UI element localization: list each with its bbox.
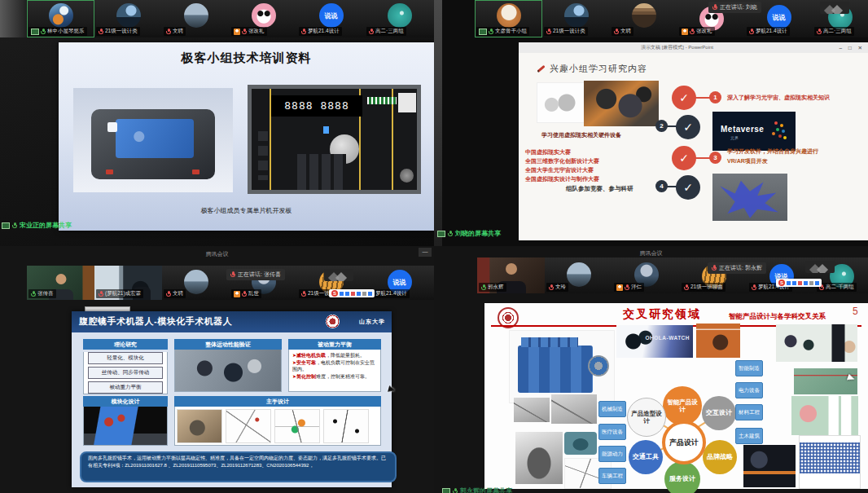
participant-tile[interactable]: 文聘 (162, 0, 230, 37)
panel-body: ➤减轻电机负载，降低能量损耗。 ➤安全可靠，电机负载可控制在安全范围内。 ➤简化… (288, 350, 381, 392)
panel-gravity-balance: 被动重力平衡 ➤减轻电机负载，降低能量损耗。 ➤安全可靠，电机负载可控制在安全范… (288, 339, 381, 392)
panel-title: 理论研究 (83, 339, 168, 350)
participant-name-label: 文聘 (164, 27, 186, 36)
participant-tile[interactable]: 文玲 (545, 258, 613, 293)
competition-item: 全国大学生元宇宙设计大赛 (525, 165, 599, 174)
mic-on-icon (448, 231, 453, 237)
participant-tile[interactable]: 21级一设计类 (542, 0, 611, 37)
blue-car-render (564, 432, 597, 455)
mic-muted-icon (301, 29, 306, 35)
participant-name-label: 高二·三两组 (366, 27, 406, 36)
slide-title: 兴趣小组学习研究内容 (550, 63, 647, 75)
toolbar-icon[interactable] (351, 292, 355, 296)
smartwatch-banner: OHOLA-WATCH (616, 325, 693, 358)
toolbar-icon[interactable] (357, 292, 361, 296)
participant-tile[interactable]: (梦航21)成宏霖 (94, 266, 163, 300)
node-smart-product-design: 智能产品设计 (663, 386, 702, 425)
toolbar-icon[interactable] (815, 281, 819, 285)
participant-tile[interactable]: 文彦骨干小组 (475, 0, 543, 37)
briefcase-label (116, 119, 194, 158)
toolbar-icon[interactable] (345, 292, 349, 296)
panel-modular-design: 模块化设计 (83, 396, 168, 446)
mic-muted-icon (549, 284, 554, 291)
remote-control-toolbar[interactable]: S (776, 279, 822, 287)
toolbar-icon[interactable] (804, 281, 808, 285)
screen-share-icon (442, 488, 450, 493)
toolbar-icon[interactable] (340, 292, 344, 296)
dragon-3d-model-image (712, 174, 787, 221)
connector (695, 157, 711, 159)
mic-muted-icon (625, 284, 629, 291)
screen-share-status: 刘晓的屏幕共享 (437, 229, 501, 238)
avatar (567, 262, 591, 287)
screen-share-icon (31, 29, 39, 35)
competition-item: 中国虚拟现实大赛 (525, 147, 599, 156)
toolbar-icon[interactable] (362, 292, 366, 296)
orange-poster-image (696, 324, 740, 358)
toolbar-icon[interactable] (798, 281, 802, 285)
participant-tile[interactable]: 文聘 (610, 0, 678, 37)
participant-tile[interactable]: 洋仁 (612, 258, 681, 293)
milestone-text-3-line2: VR/AR项目开发 (727, 157, 867, 165)
participant-name-label: 高二·千两组 (817, 283, 857, 292)
participant-tile[interactable]: 说说 梦航21.4设计 (297, 0, 366, 37)
slide-caption: 极客小组成员专属单片机开发板 (59, 206, 434, 215)
metaverse-dots (774, 121, 778, 125)
participant-tile[interactable]: 21级一设计类 (94, 0, 163, 37)
participant-name-label: 文聘 (164, 289, 186, 298)
mouse-cursor (388, 385, 396, 394)
participant-name-label: 林中小屋琴悠乐 (28, 27, 87, 36)
node-styling-design: 产品造型设计 (627, 398, 666, 437)
panel-title: 模块化设计 (83, 396, 168, 407)
participant-tile[interactable]: 张改礼 (230, 0, 298, 37)
milestone-text-3: 学习开发软件，并结合自身兴趣进行 VR/AR项目开发 (727, 147, 867, 165)
window-controls[interactable]: – □ ✕ (839, 42, 865, 53)
meeting-window-top-right: 文彦骨干小组 21级一设计类 文聘 张改礼 说说 (434, 0, 868, 246)
university-name: 山东大学 (359, 318, 385, 326)
toolbar-icon[interactable] (809, 281, 813, 285)
bullet-item: ➤减轻电机负载，降低能量损耗。 (292, 352, 377, 359)
vr-equipment-photo (584, 81, 659, 126)
ic-chips (258, 131, 268, 180)
avatar: 说说 (767, 5, 791, 29)
avatar (497, 3, 521, 28)
university-logo (326, 315, 340, 328)
milestone-number-2: 2 (655, 120, 668, 132)
bullet-item: ➤简化控制难度，控制更精准可靠。 (292, 373, 377, 381)
panel-body: 轻量化、模块化 丝传动、同步带传动 被动重力平衡 (83, 352, 168, 394)
toolbar-icon[interactable] (368, 292, 372, 296)
avatar: 说说 (319, 3, 344, 28)
minimize-button[interactable]: — (419, 248, 432, 257)
now-speaking-tooltip: 正在讲话: 郭永辉 (708, 262, 766, 274)
theory-item: 轻量化、模块化 (88, 352, 163, 364)
node-service-design: 服务设计 (664, 461, 700, 493)
participant-tile[interactable]: 张传喜 (27, 266, 95, 300)
mic-muted-icon (752, 284, 756, 291)
mic-muted-icon (614, 29, 619, 35)
remote-control-toolbar[interactable]: S (329, 289, 375, 297)
watermark-logo (805, 261, 835, 273)
participant-name-label: 文彦骨干小组 (476, 27, 529, 36)
blue-led (323, 126, 329, 134)
mic-muted-icon (817, 29, 822, 35)
mic-muted-icon (242, 29, 247, 35)
milestone-text-1: 深入了解学习元宇宙、虚拟现实相关知识 (727, 94, 866, 101)
button-matrix (297, 154, 346, 190)
node-product-design-center: 产品设计 (662, 420, 706, 464)
prototype-photo (177, 409, 222, 443)
participant-name-label: 乱世 (231, 289, 261, 298)
participant-tile[interactable]: 文聘 (162, 266, 230, 300)
participant-tile[interactable]: 郭永辉 (477, 258, 546, 293)
tag-energy: 能源动力 (598, 446, 626, 462)
participant-tile[interactable]: 林中小屋琴悠乐 (27, 0, 95, 37)
participant-tile[interactable]: 高二·三两组 (365, 0, 434, 37)
participant-tile[interactable]: 说说 梦航21.4设计 (365, 266, 434, 300)
wifi-module (398, 93, 416, 112)
milestone-number-1: 1 (709, 91, 721, 103)
screen-share-status: 宋业正的屏幕共享 (2, 221, 72, 230)
schematic-sketch (226, 409, 271, 443)
toolbar-icon[interactable] (787, 281, 791, 285)
mic-muted-icon (99, 291, 103, 297)
toolbar-icon[interactable] (792, 281, 796, 285)
shared-slide-interest-group: 兴趣小组学习研究内容 学习使用虚拟现实相关硬件设备 ✓ 1 深入了解学习元宇宙、… (519, 53, 868, 240)
